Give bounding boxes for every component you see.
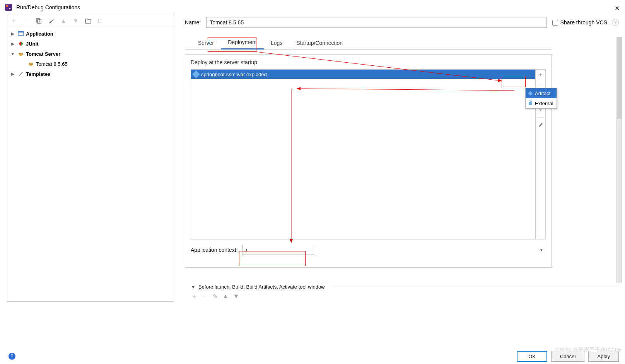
tree-label: JUnit: [26, 41, 39, 47]
edit-icon[interactable]: ✎: [213, 293, 218, 301]
svg-rect-1: [6, 5, 8, 7]
annotation-box: [208, 38, 256, 52]
tab-logs[interactable]: Logs: [264, 38, 289, 49]
apply-button[interactable]: Apply: [588, 351, 619, 362]
artifact-label: springboot-ssm:war exploded: [201, 72, 267, 77]
copy-icon[interactable]: [35, 17, 42, 24]
chevron-down-icon: ▼: [191, 285, 195, 289]
chevron-down-icon: ▼: [10, 51, 16, 56]
up-icon[interactable]: ▲: [60, 17, 67, 24]
application-icon: [17, 31, 24, 36]
chevron-right-icon: ▶: [10, 41, 16, 46]
chevron-down-icon: ▾: [540, 248, 543, 253]
deploy-list: springboot-ssm:war exploded ＋ － ▲ ▼: [191, 69, 546, 239]
down-icon[interactable]: ▼: [233, 293, 239, 301]
config-tree[interactable]: ▶ Application ▶ JUnit ▼ Tomcat Server To…: [7, 27, 174, 301]
cancel-button[interactable]: Cancel: [551, 351, 584, 362]
help-icon[interactable]: ?: [9, 353, 15, 360]
application-context-label: Application context:: [191, 247, 237, 253]
help-icon[interactable]: ?: [612, 19, 619, 26]
dialog-footer: ? OK Cancel Apply: [0, 351, 625, 362]
tree-label: Tomcat 8.5.65: [36, 61, 68, 67]
svg-rect-8: [18, 31, 24, 32]
tree-label: Templates: [26, 71, 50, 77]
svg-rect-12: [529, 101, 530, 102]
deployment-panel: Deploy at the server startup springboot-…: [185, 54, 552, 268]
junit-icon: [17, 41, 24, 46]
popup-item-artifact[interactable]: Artifact: [526, 88, 557, 98]
share-vcs-label: Share through VCS: [560, 19, 607, 26]
down-icon[interactable]: ▼: [72, 17, 79, 24]
app-icon: [5, 3, 12, 11]
add-icon[interactable]: ＋: [537, 71, 544, 78]
wrench-icon[interactable]: [48, 17, 55, 24]
svg-rect-3: [36, 19, 40, 22]
svg-text:a: a: [100, 19, 102, 21]
before-launch-label: Before launch: Build, Build Artifacts, A…: [198, 284, 325, 290]
add-icon[interactable]: ＋: [191, 293, 197, 301]
configurations-panel: ＋ － ▲ ▼ az ▶ Application ▶: [7, 15, 174, 302]
folder-icon[interactable]: [85, 17, 92, 24]
tree-label: Application: [26, 31, 53, 37]
up-icon[interactable]: ▲: [222, 293, 229, 301]
ok-button[interactable]: OK: [517, 351, 547, 362]
remove-icon[interactable]: －: [537, 81, 544, 88]
tree-item-templates[interactable]: ▶ Templates: [7, 69, 174, 79]
annotation-box: [502, 76, 526, 87]
tree-label: Tomcat Server: [26, 51, 60, 57]
add-deployment-popup: Artifact External: [525, 88, 557, 109]
sort-az-icon[interactable]: az: [97, 17, 104, 24]
svg-rect-2: [9, 8, 10, 9]
deploy-section-label: Deploy at the server startup: [191, 59, 546, 65]
name-label: Name:: [185, 19, 201, 26]
remove-icon[interactable]: －: [23, 17, 30, 24]
scrollbar-thumb[interactable]: [617, 38, 622, 119]
chevron-right-icon: ▶: [10, 31, 16, 36]
dialog-title: Run/Debug Configurations: [16, 4, 80, 10]
svg-rect-13: [531, 101, 531, 102]
popup-item-label: Artifact: [535, 91, 550, 96]
edit-icon[interactable]: [537, 121, 544, 128]
tree-item-junit[interactable]: ▶ JUnit: [7, 39, 174, 49]
chevron-right-icon: ▶: [10, 72, 16, 77]
scrollbar[interactable]: [616, 37, 622, 283]
popup-item-external[interactable]: External: [526, 98, 557, 108]
svg-text:z: z: [100, 21, 101, 24]
tomcat-icon: [27, 62, 34, 66]
config-toolbar: ＋ － ▲ ▼ az: [7, 15, 174, 27]
annotation-box: [239, 251, 306, 266]
tree-item-application[interactable]: ▶ Application: [7, 29, 174, 39]
deploy-artifact-row[interactable]: springboot-ssm:war exploded: [191, 70, 535, 79]
separator-line: [332, 287, 619, 287]
separator: [537, 117, 544, 118]
tree-item-tomcat-8565[interactable]: Tomcat 8.5.65: [7, 59, 174, 69]
share-vcs-checkbox[interactable]: [552, 20, 558, 26]
add-icon[interactable]: ＋: [10, 17, 17, 24]
name-input[interactable]: [206, 17, 546, 28]
remove-icon[interactable]: －: [202, 293, 208, 301]
tomcat-icon: [17, 51, 24, 56]
artifact-icon: [193, 72, 199, 77]
tree-item-tomcat-server[interactable]: ▼ Tomcat Server: [7, 49, 174, 59]
external-icon: [528, 100, 533, 107]
svg-rect-0: [5, 4, 12, 11]
popup-item-label: External: [535, 101, 553, 106]
before-launch-toolbar: ＋ － ✎ ▲ ▼: [191, 293, 619, 301]
before-launch-header[interactable]: ▼ Before launch: Build, Build Artifacts,…: [191, 284, 619, 290]
wrench-icon: [17, 71, 24, 77]
svg-rect-4: [38, 20, 41, 23]
close-icon[interactable]: ✕: [615, 5, 620, 12]
titlebar: Run/Debug Configurations: [0, 0, 625, 15]
tab-startup-connection[interactable]: Startup/Connection: [289, 38, 350, 49]
artifact-icon: [528, 91, 533, 96]
